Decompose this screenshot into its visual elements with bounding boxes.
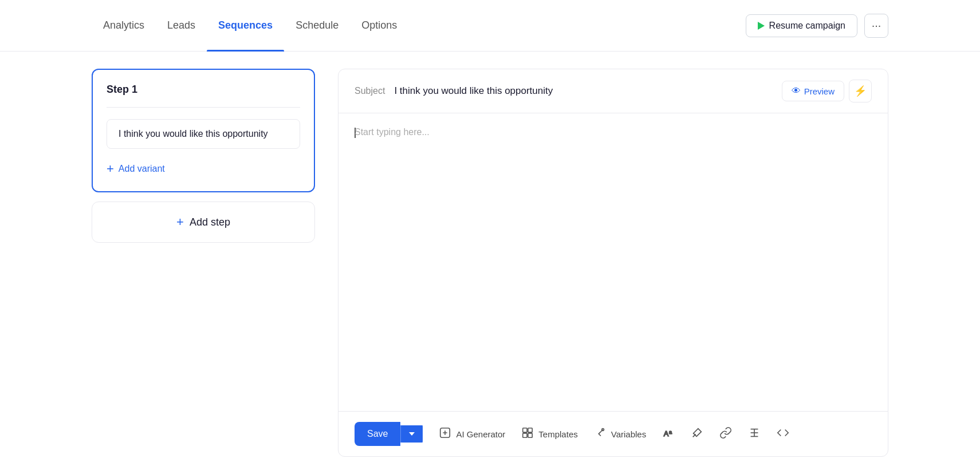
add-step-button[interactable]: + Add step [176, 215, 230, 230]
resume-campaign-button[interactable]: Resume campaign [746, 14, 857, 37]
svg-rect-3 [523, 433, 527, 437]
top-nav: Analytics Leads Sequences Schedule Optio… [0, 0, 980, 52]
lightning-button[interactable]: ⚡ [849, 80, 872, 102]
step-title: Step 1 [107, 84, 300, 96]
email-body-editor[interactable]: Start typing here... [339, 113, 888, 411]
step-1-card: Step 1 I think you would like this oppor… [92, 69, 315, 192]
editor-cursor [355, 128, 356, 138]
save-dropdown-button[interactable] [400, 425, 423, 443]
tab-analytics[interactable]: Analytics [92, 0, 156, 52]
tab-schedule[interactable]: Schedule [284, 0, 350, 52]
svg-text:A: A [664, 429, 669, 437]
save-button-group: Save [355, 422, 423, 446]
add-step-card: + Add step [92, 202, 315, 243]
tab-leads[interactable]: Leads [156, 0, 207, 52]
subject-actions: 👁 Preview ⚡ [782, 80, 872, 102]
chevron-down-icon [409, 432, 415, 436]
more-options-button[interactable]: ··· [864, 14, 888, 38]
subject-bar: Subject I think you would like this oppo… [339, 69, 888, 113]
nav-right-actions: Resume campaign ··· [746, 14, 888, 38]
tab-sequences[interactable]: Sequences [207, 0, 284, 52]
main-layout: Step 1 I think you would like this oppor… [0, 52, 980, 474]
eye-icon: 👁 [792, 86, 801, 96]
add-variant-label: Add variant [119, 164, 165, 174]
svg-rect-2 [528, 428, 532, 432]
format-brush-toolbar-item[interactable] [691, 426, 703, 442]
variables-toolbar-item[interactable]: Variables [594, 426, 646, 442]
templates-icon [521, 426, 534, 442]
font-size-toolbar-item[interactable]: A a [662, 426, 675, 442]
email-editor-panel: Subject I think you would like this oppo… [338, 69, 888, 457]
code-toolbar-item[interactable] [777, 426, 789, 442]
subject-text-value[interactable]: I think you would like this opportunity [394, 85, 772, 97]
add-step-plus-icon: + [176, 215, 184, 230]
svg-rect-1 [523, 428, 527, 432]
save-button[interactable]: Save [355, 422, 400, 446]
subject-label: Subject [355, 86, 385, 96]
step-divider [107, 107, 300, 108]
variables-label: Variables [611, 429, 646, 439]
svg-rect-4 [528, 433, 532, 437]
more-dots-icon: ··· [872, 19, 881, 32]
resume-campaign-label: Resume campaign [769, 21, 845, 31]
insert-toolbar-item[interactable] [748, 426, 761, 442]
preview-label: Preview [804, 86, 835, 96]
templates-label: Templates [538, 429, 577, 439]
add-variant-button[interactable]: + Add variant [107, 160, 165, 177]
lightning-icon: ⚡ [854, 85, 867, 97]
preview-button[interactable]: 👁 Preview [782, 81, 844, 101]
ai-generator-label: AI Generator [456, 429, 505, 439]
left-panel: Step 1 I think you would like this oppor… [92, 69, 315, 457]
ai-generator-toolbar-item[interactable]: AI Generator [439, 426, 505, 442]
link-toolbar-item[interactable] [719, 426, 732, 442]
tab-options[interactable]: Options [350, 0, 408, 52]
email-subject-chip[interactable]: I think you would like this opportunity [107, 119, 300, 149]
svg-text:a: a [669, 429, 672, 434]
templates-toolbar-item[interactable]: Templates [521, 426, 577, 442]
ai-generator-icon [439, 426, 451, 442]
editor-placeholder: Start typing here... [355, 127, 430, 137]
play-icon [758, 22, 765, 30]
bottom-toolbar: Save AI Generator [339, 411, 888, 456]
plus-icon: + [107, 163, 114, 175]
add-step-label: Add step [190, 216, 230, 228]
variables-icon [594, 426, 607, 442]
